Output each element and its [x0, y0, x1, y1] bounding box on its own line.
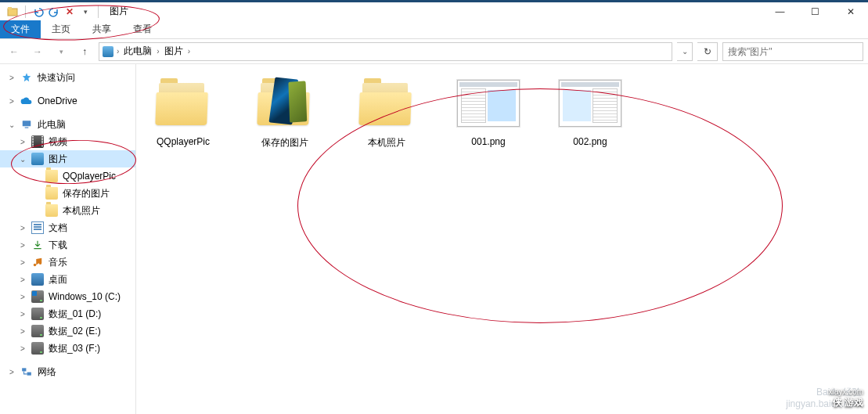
tree-item[interactable]: >桌面: [0, 271, 135, 288]
expand-icon[interactable]: >: [8, 74, 16, 82]
star-icon: [20, 71, 33, 84]
file-label: 保存的图片: [246, 136, 324, 149]
chevron-icon[interactable]: ›: [157, 47, 159, 56]
download-icon: [31, 239, 44, 251]
tree-item-label: 文档: [49, 221, 67, 235]
breadcrumb-segment[interactable]: 图片: [161, 45, 186, 58]
tree-item[interactable]: >快速访问: [0, 69, 135, 86]
file-item[interactable]: 保存的图片: [246, 75, 324, 149]
tree-item-label: 数据_01 (D:): [49, 308, 101, 321]
thumbnail: [556, 75, 625, 131]
tree-item[interactable]: >文档: [0, 219, 135, 236]
tree-item[interactable]: >网络: [0, 363, 135, 380]
chevron-icon[interactable]: ›: [117, 47, 119, 56]
tab-home[interactable]: 主页: [41, 20, 81, 38]
folder-icon: [359, 81, 414, 125]
file-item[interactable]: 本机照片: [348, 75, 426, 149]
tree-item[interactable]: >数据_01 (D:): [0, 305, 135, 322]
drive-icon: [31, 325, 44, 337]
tree-item[interactable]: >Windows_10 (C:): [0, 288, 135, 305]
tree-item-label: 数据_03 (F:): [49, 342, 100, 355]
divider: [25, 5, 26, 18]
tree-item[interactable]: >视频: [0, 133, 135, 150]
maximize-button[interactable]: ☐: [798, 2, 833, 20]
expand-icon[interactable]: >: [19, 275, 27, 284]
title-bar: ✕ ▾ 图片 — ☐ ✕: [0, 2, 868, 20]
expand-icon[interactable]: ⌄: [19, 155, 27, 164]
tree-item[interactable]: >OneDrive: [0, 92, 135, 110]
tree-item[interactable]: QQplayerPic: [0, 167, 135, 185]
breadcrumb-segment[interactable]: 此电脑: [121, 45, 155, 58]
content-pane[interactable]: QQplayerPic保存的图片本机照片001.png002.png: [136, 64, 868, 414]
svg-rect-3: [25, 128, 29, 128]
thumbnail: [352, 75, 421, 131]
tree-item[interactable]: 保存的图片: [0, 185, 135, 202]
file-label: 002.png: [551, 136, 629, 147]
search-box[interactable]: [722, 42, 863, 61]
address-dropdown[interactable]: ⌄: [677, 42, 693, 61]
tree-item[interactable]: >数据_03 (F:): [0, 340, 135, 357]
navigation-pane[interactable]: >快速访问>OneDrive⌄此电脑>视频⌄图片QQplayerPic保存的图片…: [0, 64, 136, 414]
tree-item-label: 图片: [49, 153, 67, 166]
thumbnail: [250, 75, 319, 131]
svg-rect-0: [8, 9, 17, 16]
refresh-button[interactable]: ↻: [697, 42, 718, 61]
thumbnail: [454, 75, 523, 131]
tab-file[interactable]: 文件: [0, 20, 41, 38]
ribbon-tabs: 文件 主页 共享 查看: [0, 20, 868, 39]
expand-icon[interactable]: >: [19, 344, 27, 353]
window-title: 图片: [110, 5, 128, 18]
expand-icon[interactable]: ⌄: [8, 121, 16, 129]
tree-item[interactable]: ⌄此电脑: [0, 116, 135, 133]
expand-icon[interactable]: >: [19, 224, 27, 232]
expand-icon[interactable]: >: [8, 97, 16, 106]
drive-icon: [31, 308, 44, 320]
image-thumbnail: [457, 80, 520, 127]
tree-item-label: 下载: [49, 239, 67, 252]
expand-icon[interactable]: >: [19, 293, 27, 301]
forward-button[interactable]: →: [28, 42, 47, 61]
back-button[interactable]: ←: [5, 42, 23, 61]
tree-item[interactable]: >下载: [0, 236, 135, 254]
folder-icon: [258, 81, 312, 125]
tree-item-label: 桌面: [49, 273, 67, 286]
tree-item[interactable]: 本机照片: [0, 202, 135, 219]
breadcrumb-label: 图片: [164, 45, 183, 58]
undo-icon[interactable]: [32, 5, 45, 18]
file-item[interactable]: QQplayerPic: [144, 75, 222, 147]
expand-icon[interactable]: >: [19, 241, 27, 250]
expand-icon[interactable]: >: [8, 368, 16, 376]
pc-icon: [20, 118, 33, 131]
chevron-icon[interactable]: ›: [188, 47, 190, 56]
file-item[interactable]: 001.png: [449, 75, 528, 147]
redo-icon[interactable]: [48, 5, 60, 18]
delete-icon[interactable]: ✕: [63, 5, 76, 18]
tab-share[interactable]: 共享: [81, 20, 122, 38]
expand-icon[interactable]: >: [19, 310, 27, 319]
up-button[interactable]: ↑: [75, 42, 94, 61]
image-thumbnail: [559, 80, 621, 127]
expand-icon[interactable]: >: [19, 138, 27, 146]
qat-dropdown-icon[interactable]: ▾: [79, 5, 92, 18]
close-button[interactable]: ✕: [833, 2, 868, 20]
file-label: 本机照片: [348, 136, 426, 149]
tree-item[interactable]: >音乐: [0, 254, 135, 271]
search-input[interactable]: [728, 46, 858, 57]
recent-dropdown[interactable]: ▾: [52, 42, 70, 61]
expand-icon[interactable]: >: [19, 327, 27, 336]
address-bar-row: ← → ▾ ↑ › 此电脑 › 图片 › ⌄ ↻: [0, 39, 868, 64]
tab-view[interactable]: 查看: [122, 20, 163, 38]
music-icon: [31, 256, 44, 268]
breadcrumb-label: 此电脑: [124, 45, 152, 58]
svg-rect-2: [23, 121, 31, 126]
tree-item[interactable]: ⌄图片: [0, 150, 135, 167]
minimize-button[interactable]: —: [762, 2, 798, 20]
breadcrumb[interactable]: › 此电脑 › 图片 ›: [99, 42, 672, 61]
folder-icon: [45, 204, 58, 217]
tree-item-label: 快速访问: [38, 71, 75, 85]
expand-icon[interactable]: >: [19, 258, 27, 267]
tree-item[interactable]: >数据_02 (E:): [0, 322, 135, 340]
body: >快速访问>OneDrive⌄此电脑>视频⌄图片QQplayerPic保存的图片…: [0, 64, 868, 414]
file-item[interactable]: 002.png: [551, 75, 629, 147]
svg-rect-5: [27, 373, 31, 376]
